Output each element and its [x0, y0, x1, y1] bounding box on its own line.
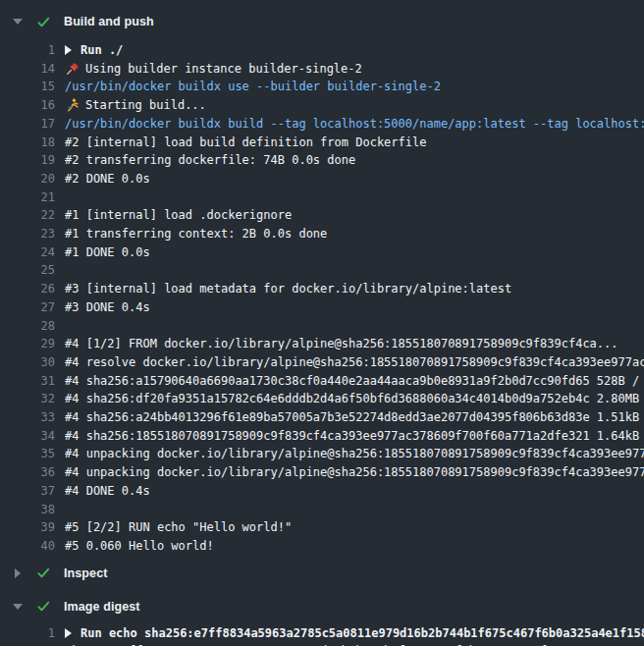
log-line: 20#2 DONE 0.0s: [0, 170, 644, 188]
log-line-text: #2 DONE 0.0s: [65, 170, 150, 188]
log-line-content: Run echo sha256:e7ff8834a5963a2785c5a081…: [65, 624, 644, 643]
log-line-number[interactable]: 28: [0, 317, 55, 336]
log-line-number[interactable]: 32: [0, 390, 55, 408]
log-line-number[interactable]: 29: [0, 335, 55, 353]
log-line-content: /usr/bin/docker buildx build --tag local…: [65, 115, 644, 134]
section-header[interactable]: Build and push: [0, 8, 644, 35]
log-line-number[interactable]: 22: [0, 206, 55, 225]
log-line-number[interactable]: 1: [0, 624, 55, 643]
log-line-number[interactable]: 19: [0, 151, 55, 170]
log-line-content: #2 transferring dockerfile: 74B 0.0s don…: [65, 151, 644, 170]
chevron-down-icon[interactable]: [12, 16, 24, 27]
log-line-number[interactable]: 18: [0, 134, 55, 152]
log-line-text: Starting build...: [85, 96, 206, 115]
log-line-text: #1 transferring context: 2B 0.0s done: [65, 225, 327, 243]
log-line-content: #5 [2/2] RUN echo "Hello world!": [65, 518, 644, 537]
log-line-number[interactable]: 37: [0, 482, 55, 501]
log-line-number[interactable]: 39: [0, 518, 55, 537]
log-line-content: [65, 261, 644, 280]
log-line-number[interactable]: 36: [0, 463, 55, 482]
section-log-lines: 1Run echo sha256:e7ff8834a5963a2785c5a08…: [0, 620, 644, 646]
log-line-content: #4 resolve docker.io/library/alpine@sha2…: [65, 353, 644, 372]
log-line-text: #5 [2/2] RUN echo "Hello world!": [65, 518, 292, 537]
check-success-icon: [35, 565, 51, 581]
log-line-content: #5 0.060 Hello world!: [65, 537, 644, 556]
log-line: 29#4 [1/2] FROM docker.io/library/alpine…: [0, 335, 644, 353]
log-line: 27#3 DONE 0.4s: [0, 298, 644, 317]
log-line: 1Run ./: [0, 41, 644, 60]
chevron-down-icon[interactable]: [12, 601, 24, 613]
log-line: 1Run echo sha256:e7ff8834a5963a2785c5a08…: [0, 624, 644, 643]
log-line-number[interactable]: 33: [0, 408, 55, 427]
log-line-number[interactable]: 25: [0, 261, 55, 280]
log-line: 14Using builder instance builder-single-…: [0, 60, 644, 79]
log-section-build-and-push: Build and push 1Run ./14Using builder in…: [0, 8, 644, 560]
log-line: 28: [0, 317, 644, 336]
log-line-text: #1 [internal] load .dockerignore: [65, 206, 292, 225]
log-line-number[interactable]: 38: [0, 501, 55, 519]
log-line-content: #1 DONE 0.0s: [65, 243, 644, 262]
log-line-text: #3 DONE 0.4s: [65, 298, 150, 317]
log-section-image-digest: Image digest 1Run echo sha256:e7ff8834a5…: [0, 593, 644, 646]
log-line: 35#4 unpacking docker.io/library/alpine@…: [0, 445, 644, 463]
log-line-content: [65, 501, 644, 519]
log-line-content: Run ./: [65, 41, 644, 60]
log-line: 24#1 DONE 0.0s: [0, 243, 644, 262]
log-line-number[interactable]: 27: [0, 298, 55, 317]
log-line-text: #2 [internal] load build definition from…: [65, 134, 426, 152]
log-line-text: #4 unpacking docker.io/library/alpine@sh…: [65, 463, 644, 482]
log-line-content: #2 [internal] load build definition from…: [65, 134, 644, 152]
expand-output-icon[interactable]: [65, 45, 72, 55]
log-line-number[interactable]: 34: [0, 427, 55, 446]
check-success-icon: [35, 14, 51, 29]
log-line-content: sha256:e7ff8834a5963a2785c5a0811e979d16b…: [65, 642, 644, 646]
log-line-content: #2 DONE 0.0s: [65, 170, 644, 188]
log-line-number[interactable]: 26: [0, 280, 55, 298]
log-line-number[interactable]: 30: [0, 353, 55, 372]
log-line: 18#2 [internal] load build definition fr…: [0, 134, 644, 152]
log-line: 26#3 [internal] load metadata for docker…: [0, 280, 644, 298]
log-line-content: #1 [internal] load .dockerignore: [65, 206, 644, 225]
log-line-number[interactable]: 20: [0, 170, 55, 188]
section-header[interactable]: Inspect: [0, 560, 644, 587]
log-line-number[interactable]: 15: [0, 78, 55, 96]
log-line-content: #4 sha256:a15790640a6690aa1730c38cf0a440…: [65, 372, 644, 391]
log-line-content: #4 unpacking docker.io/library/alpine@sh…: [65, 445, 644, 463]
log-line: 39#5 [2/2] RUN echo "Hello world!": [0, 518, 644, 537]
log-line-text: /usr/bin/docker buildx use --builder bui…: [65, 78, 441, 96]
log-line-number[interactable]: 35: [0, 445, 55, 463]
chevron-right-icon[interactable]: [12, 567, 24, 579]
log-line-text: Using builder instance builder-single-2: [85, 60, 362, 79]
log-line-text: /usr/bin/docker buildx build --tag local…: [65, 115, 644, 134]
log-line-number[interactable]: 1: [0, 41, 55, 60]
section-title: Build and push: [64, 15, 154, 28]
log-line-number[interactable]: 31: [0, 372, 55, 391]
log-line-text: Run ./: [80, 41, 123, 60]
log-line-number[interactable]: 23: [0, 225, 55, 243]
log-line-text: #5 0.060 Hello world!: [65, 537, 214, 556]
log-line-number[interactable]: 4: [0, 642, 55, 646]
log-line-text: sha256:e7ff8834a5963a2785c5a0811e979d16b…: [65, 642, 568, 646]
pushpin-icon: [65, 62, 80, 77]
log-line: 30#4 resolve docker.io/library/alpine@sh…: [0, 353, 644, 372]
log-line-number[interactable]: 14: [0, 60, 55, 79]
expand-output-icon[interactable]: [65, 628, 72, 638]
section-header[interactable]: Image digest: [0, 593, 644, 620]
log-line-content: #4 sha256:185518070891758909c9f839cf4ca3…: [65, 427, 644, 446]
log-section-inspect: Inspect: [0, 560, 644, 587]
log-line-content: #3 DONE 0.4s: [65, 298, 644, 317]
log-line-content: [65, 188, 644, 207]
log-line-number[interactable]: 40: [0, 537, 55, 556]
log-line-content: #4 sha256:a24bb4013296f61e89ba57005a7b3e…: [65, 408, 644, 427]
log-line-number[interactable]: 21: [0, 188, 55, 207]
log-line-number[interactable]: 16: [0, 96, 55, 115]
log-line-number[interactable]: 17: [0, 115, 55, 134]
log-line: 32#4 sha256:df20fa9351a15782c64e6dddb2d4…: [0, 390, 644, 408]
log-line-number[interactable]: 24: [0, 243, 55, 262]
log-line: 36#4 unpacking docker.io/library/alpine@…: [0, 463, 644, 482]
log-line: 21: [0, 188, 644, 207]
log-line-text: Run echo sha256:e7ff8834a5963a2785c5a081…: [80, 624, 644, 643]
log-line: 25: [0, 261, 644, 280]
log-line: 23#1 transferring context: 2B 0.0s done: [0, 225, 644, 243]
log-line: 17/usr/bin/docker buildx build --tag loc…: [0, 115, 644, 134]
